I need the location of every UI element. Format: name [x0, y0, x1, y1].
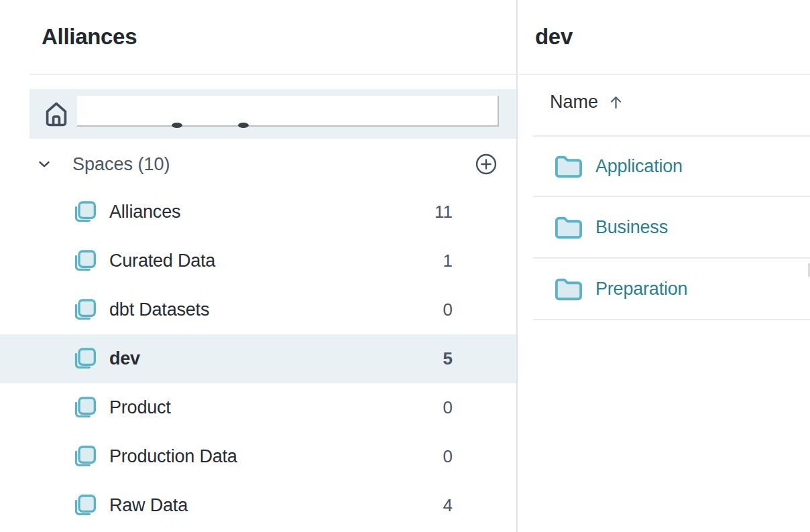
main-title-divider	[519, 74, 810, 75]
space-row-dbt-datasets[interactable]: dbt Datasets 0	[0, 285, 516, 334]
space-count: 0	[432, 446, 453, 467]
space-title: dev	[535, 24, 573, 50]
text-descender	[238, 123, 249, 128]
space-row-product[interactable]: Product 0	[0, 383, 516, 432]
space-layers-icon	[71, 444, 98, 470]
folder-icon	[553, 275, 584, 302]
arrow-up-icon	[607, 93, 625, 111]
spaces-section-label: Spaces (10)	[72, 154, 170, 175]
home-icon	[41, 98, 72, 129]
add-space-button[interactable]	[473, 151, 499, 177]
space-count: 4	[432, 495, 453, 516]
space-label: Curated Data	[109, 251, 432, 271]
folder-icon	[553, 214, 584, 241]
space-label: dev	[109, 348, 432, 369]
space-label: Alliances	[109, 202, 432, 222]
name-column-header[interactable]: Name	[550, 84, 625, 119]
redacted-home-label	[77, 96, 499, 127]
space-content-panel: dev Name Application Business	[519, 0, 810, 532]
text-descender	[172, 123, 182, 128]
plus-circle-icon	[474, 152, 498, 176]
folder-row-business[interactable]: Business	[533, 197, 810, 259]
space-count: 1	[432, 251, 453, 271]
folder-icon	[553, 153, 584, 180]
sidebar-title: Alliances	[42, 24, 137, 50]
folder-table: Application Business Preparation	[533, 135, 810, 320]
space-layers-icon	[71, 297, 98, 324]
space-layers-icon	[71, 395, 98, 421]
spaces-section-header[interactable]: Spaces (10)	[0, 139, 516, 190]
space-label: Raw Data	[109, 495, 432, 516]
chevron-down-icon[interactable]	[36, 155, 53, 173]
space-label: dbt Datasets	[109, 300, 432, 320]
folder-row-preparation[interactable]: Preparation	[533, 259, 810, 320]
space-count: 0	[432, 397, 453, 418]
folder-link[interactable]: Application	[595, 156, 683, 177]
spaces-sidebar: Alliances Spaces (10)	[0, 0, 518, 532]
space-count: 0	[432, 300, 453, 320]
space-layers-icon	[71, 492, 98, 519]
space-row-production-data[interactable]: Production Data 0	[0, 432, 516, 481]
space-list: Alliances 11 Curated Data 1 dbt Datasets…	[0, 188, 516, 530]
space-row-alliances[interactable]: Alliances 11	[0, 188, 516, 237]
folder-link[interactable]: Preparation	[595, 279, 687, 300]
space-count: 5	[432, 348, 453, 369]
data-catalog-app: Alliances Spaces (10)	[0, 0, 810, 532]
space-layers-icon	[71, 346, 98, 373]
folder-link[interactable]: Business	[595, 217, 668, 238]
space-layers-icon	[71, 248, 98, 275]
space-row-curated-data[interactable]: Curated Data 1	[0, 237, 516, 285]
space-count: 11	[432, 202, 453, 222]
space-layers-icon	[71, 199, 98, 226]
space-row-raw-data[interactable]: Raw Data 4	[0, 481, 516, 530]
folder-row-application[interactable]: Application	[533, 135, 810, 197]
space-label: Product	[109, 397, 432, 418]
sidebar-title-divider	[30, 74, 516, 75]
name-column-label: Name	[550, 92, 598, 113]
space-row-dev[interactable]: dev 5	[0, 334, 516, 383]
space-label: Production Data	[109, 446, 432, 467]
